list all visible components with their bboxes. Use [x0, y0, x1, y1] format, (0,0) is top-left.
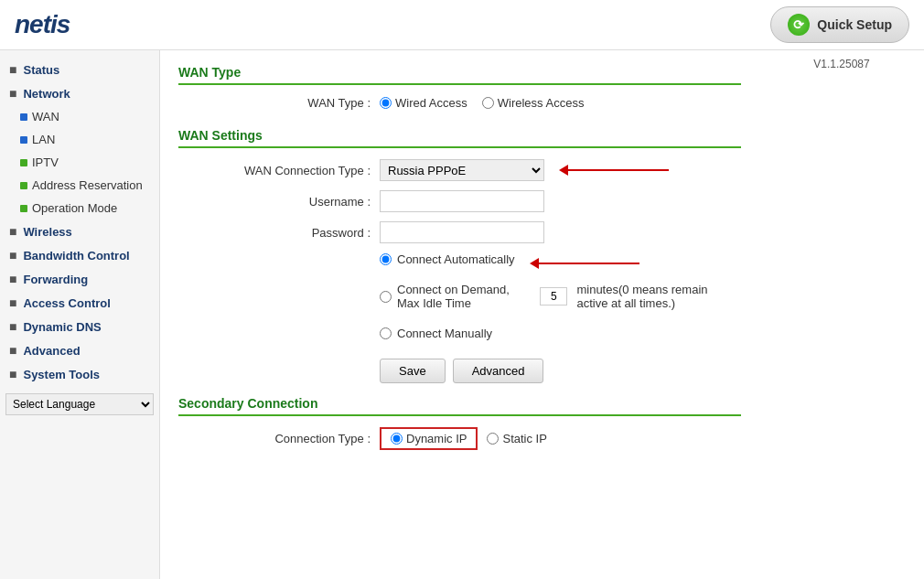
dynamic-ip-option[interactable]: Dynamic IP	[391, 432, 467, 445]
connect-manual-label: Connect Manually	[397, 327, 492, 340]
sidebar-item-wireless[interactable]: ■ Wireless	[0, 220, 159, 243]
sidebar-item-advanced[interactable]: ■ Advanced	[0, 338, 159, 362]
sidebar-label-advanced: Advanced	[23, 344, 80, 358]
wan-settings-section-header: WAN Settings	[178, 128, 741, 148]
connect-manual-option[interactable]: Connect Manually	[380, 327, 492, 340]
arrow-indicator-connect	[530, 258, 639, 269]
connect-auto-label: Connect Automatically	[397, 252, 515, 266]
sidebar-label-wan: WAN	[32, 110, 59, 123]
sidebar-item-network[interactable]: ■ Network	[0, 81, 159, 105]
sidebar-label-network: Network	[23, 87, 70, 101]
sidebar-item-forwarding[interactable]: ■ Forwarding	[0, 267, 159, 291]
username-row: Username :	[178, 190, 741, 212]
connect-demand-radio[interactable]	[380, 291, 392, 303]
sidebar-label-wireless: Wireless	[23, 225, 71, 239]
sidebar-item-operation-mode[interactable]: Operation Mode	[0, 197, 159, 220]
sidebar-label-dynamic-dns: Dynamic DNS	[23, 320, 101, 334]
idle-time-input[interactable]	[540, 287, 567, 306]
header: netis ⟳ Quick Setup	[0, 0, 924, 50]
advanced-button[interactable]: Advanced	[453, 359, 544, 383]
connect-manual-radio[interactable]	[380, 327, 392, 339]
sidebar-item-lan[interactable]: LAN	[0, 128, 159, 151]
opmode-bullet-icon	[20, 205, 27, 212]
connect-demand-label: Connect on Demand, Max Idle Time	[397, 283, 531, 310]
username-control	[380, 190, 741, 212]
quick-setup-icon: ⟳	[788, 14, 810, 36]
iptv-bullet-icon	[20, 159, 27, 166]
static-ip-radio[interactable]	[487, 433, 499, 445]
sidebar-item-access-control[interactable]: ■ Access Control	[0, 291, 159, 315]
sidebar-item-wan[interactable]: WAN	[0, 105, 159, 128]
connect-auto-option[interactable]: Connect Automatically	[380, 252, 515, 266]
network-expand-icon: ■	[9, 86, 16, 101]
secondary-connection-label: Connection Type :	[178, 432, 380, 445]
secondary-connection-header: Secondary Connection	[178, 396, 741, 416]
sidebar-label-status: Status	[23, 63, 59, 77]
sidebar-label-address-reservation: Address Reservation	[32, 178, 143, 192]
wireless-expand-icon: ■	[9, 224, 16, 239]
sidebar-label-system-tools: System Tools	[23, 368, 100, 381]
version-text: V1.1.25087	[813, 58, 869, 70]
wan-bullet-icon	[20, 113, 27, 121]
wireless-access-option[interactable]: Wireless Access	[482, 96, 585, 110]
connect-auto-radio[interactable]	[380, 253, 392, 265]
password-row: Password :	[178, 221, 741, 243]
password-control	[380, 221, 741, 243]
sidebar-item-dynamic-dns[interactable]: ■ Dynamic DNS	[0, 315, 159, 338]
connection-type-row: WAN Connection Type : Russia PPPoE Dynam…	[178, 159, 741, 181]
sidebar-item-address-reservation[interactable]: Address Reservation	[0, 174, 159, 197]
arrow-indicator-dropdown	[559, 165, 669, 176]
wan-type-label: WAN Type :	[178, 96, 380, 110]
password-input[interactable]	[380, 221, 544, 243]
main-layout: ■ Status ■ Network WAN LAN IPTV Address …	[0, 50, 924, 579]
connect-manual-row: Connect Manually	[380, 327, 741, 348]
dynamic-ip-radio[interactable]	[391, 433, 403, 445]
sidebar-label-forwarding: Forwarding	[23, 273, 88, 286]
wan-type-row: WAN Type : Wired Access Wireless Access	[178, 96, 741, 117]
status-expand-icon: ■	[9, 62, 16, 77]
quick-setup-label: Quick Setup	[817, 17, 892, 32]
version-area: V1.1.25087	[759, 50, 924, 579]
static-ip-option[interactable]: Static IP	[487, 432, 546, 445]
sidebar-item-bandwidth-control[interactable]: ■ Bandwidth Control	[0, 243, 159, 267]
quick-setup-button[interactable]: ⟳ Quick Setup	[770, 6, 909, 43]
fwd-expand-icon: ■	[9, 272, 16, 286]
wired-access-label: Wired Access	[395, 96, 467, 110]
dynamic-ip-label: Dynamic IP	[406, 432, 467, 445]
connect-demand-option[interactable]: Connect on Demand, Max Idle Time minutes…	[380, 283, 741, 310]
wireless-access-radio[interactable]	[482, 97, 494, 109]
content-area: WAN Type WAN Type : Wired Access Wireles…	[160, 50, 759, 579]
connect-demand-row: Connect on Demand, Max Idle Time minutes…	[380, 283, 741, 317]
sidebar: ■ Status ■ Network WAN LAN IPTV Address …	[0, 50, 160, 579]
sidebar-label-operation-mode: Operation Mode	[32, 201, 117, 215]
ac-expand-icon: ■	[9, 295, 16, 310]
secondary-connection-content: Dynamic IP Static IP	[380, 427, 547, 450]
language-select[interactable]: Select Language English Chinese	[5, 393, 154, 415]
connection-type-control: Russia PPPoE Dynamic IP Static IP PPPoE …	[380, 159, 741, 181]
st-expand-icon: ■	[9, 367, 16, 381]
sidebar-label-iptv: IPTV	[32, 155, 59, 169]
sidebar-label-lan: LAN	[32, 133, 55, 146]
sidebar-label-access-control: Access Control	[23, 296, 110, 310]
static-ip-label: Static IP	[502, 432, 546, 445]
connection-type-label: WAN Connection Type :	[178, 164, 380, 177]
secondary-connection-box: Dynamic IP	[380, 427, 478, 450]
secondary-connection-row: Connection Type : Dynamic IP Static IP	[178, 427, 741, 450]
lan-bullet-icon	[20, 136, 27, 144]
wired-access-radio[interactable]	[380, 97, 392, 109]
save-button[interactable]: Save	[380, 359, 446, 383]
bw-expand-icon: ■	[9, 248, 16, 263]
username-input[interactable]	[380, 190, 544, 212]
wired-access-option[interactable]: Wired Access	[380, 96, 467, 110]
sidebar-label-bandwidth-control: Bandwidth Control	[23, 249, 129, 263]
sidebar-item-system-tools[interactable]: ■ System Tools	[0, 362, 159, 386]
wan-type-section-header: WAN Type	[178, 65, 741, 85]
sidebar-item-status[interactable]: ■ Status	[0, 58, 159, 81]
button-row: Save Advanced	[380, 359, 741, 383]
adv-expand-icon: ■	[9, 343, 16, 358]
sidebar-item-iptv[interactable]: IPTV	[0, 151, 159, 174]
connection-type-select[interactable]: Russia PPPoE Dynamic IP Static IP PPPoE …	[380, 159, 544, 181]
wan-type-radio-group: Wired Access Wireless Access	[380, 96, 584, 110]
ddns-expand-icon: ■	[9, 319, 16, 334]
addr-bullet-icon	[20, 182, 27, 189]
